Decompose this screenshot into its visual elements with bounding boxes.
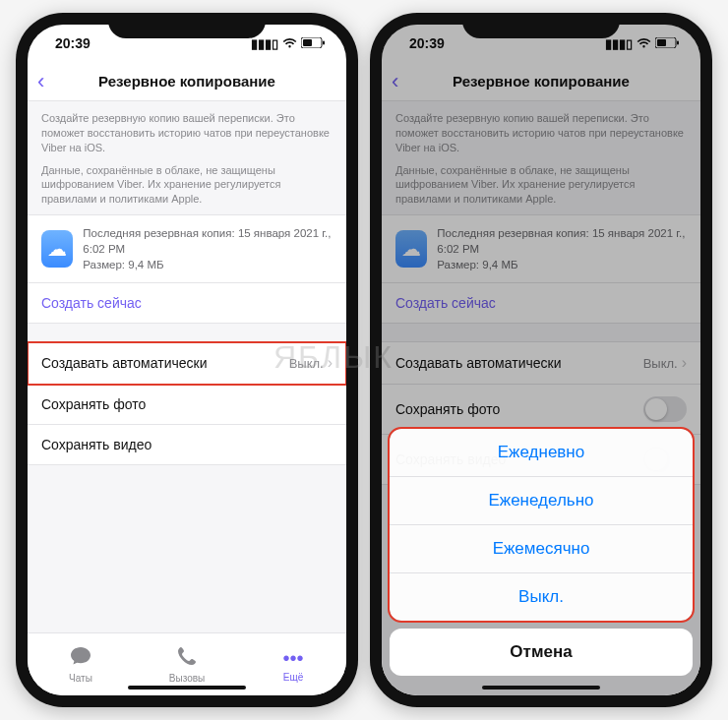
signal-icon: ▮▮▮▯ [251, 36, 278, 51]
home-indicator[interactable] [482, 686, 600, 690]
page-title: Резервное копирование [453, 73, 630, 90]
row-label: Создавать автоматически [41, 355, 207, 371]
signal-icon: ▮▮▮▯ [605, 36, 633, 51]
create-now-button[interactable]: Создать сейчас [28, 283, 346, 323]
settings-group: Создавать автоматически Выкл. › Сохранят… [28, 341, 346, 465]
row-auto-backup[interactable]: Создавать автоматически Выкл. › [28, 342, 346, 385]
backup-size-label: Размер: 9,4 МБ [83, 257, 333, 272]
row-save-video[interactable]: Сохранять видео [28, 425, 346, 464]
backup-info: ☁ Последняя резервная копия: 15 января 2… [382, 215, 700, 283]
chat-icon [70, 646, 91, 671]
sheet-option-monthly[interactable]: Ежемесячно [390, 525, 693, 573]
backup-block: ☁ Последняя резервная копия: 15 января 2… [28, 214, 346, 324]
phone-right: 20:39 ▮▮▮▯ ‹ Резервное копирование Созда… [370, 13, 712, 707]
tab-label: Чаты [69, 673, 92, 684]
battery-icon [301, 36, 325, 51]
sheet-option-off[interactable]: Выкл. [390, 573, 693, 621]
chevron-right-icon: › [682, 354, 687, 372]
back-chevron-icon: ‹ [392, 69, 398, 94]
page-title: Резервное копирование [98, 73, 275, 90]
sheet-option-daily[interactable]: Ежедневно [390, 429, 693, 477]
backup-size-label: Размер: 9,4 МБ [437, 257, 687, 272]
wifi-icon [637, 36, 651, 51]
row-value: Выкл. [289, 356, 324, 371]
description-1: Создайте резервную копию вашей переписки… [382, 101, 700, 163]
row-label: Сохранять фото [41, 396, 146, 412]
home-indicator[interactable] [128, 686, 246, 690]
notch [462, 13, 620, 38]
description-1: Создайте резервную копию вашей переписки… [28, 101, 346, 163]
last-backup-label: Последняя резервная копия: 15 января 202… [83, 225, 333, 257]
svg-rect-1 [303, 39, 312, 46]
content-area: Создайте резервную копию вашей переписки… [28, 101, 346, 632]
wifi-icon [282, 36, 297, 51]
sheet-options: Ежедневно Еженедельно Ежемесячно Выкл. [390, 429, 693, 621]
sheet-option-weekly[interactable]: Еженедельно [390, 477, 693, 525]
svg-rect-2 [323, 40, 325, 44]
row-save-photo: Сохранять фото [382, 385, 700, 435]
time-label: 20:39 [55, 35, 91, 51]
phone-icon [177, 646, 197, 671]
tab-more[interactable]: ••• Ещё [240, 633, 346, 695]
nav-header: ‹ Резервное копирование [382, 62, 700, 101]
row-save-photo[interactable]: Сохранять фото [28, 385, 346, 425]
more-icon: ••• [282, 647, 303, 670]
row-label: Создавать автоматически [395, 355, 561, 371]
tab-chats[interactable]: Чаты [28, 633, 134, 695]
svg-rect-4 [657, 39, 666, 46]
phone-left: 20:39 ▮▮▮▯ ‹ Резервное копирование Созда… [16, 13, 358, 707]
row-value: Выкл. [643, 356, 678, 371]
last-backup-label: Последняя резервная копия: 15 января 202… [437, 225, 687, 257]
notch [108, 13, 266, 38]
back-chevron-icon[interactable]: ‹ [37, 69, 44, 94]
backup-info: ☁ Последняя резервная копия: 15 января 2… [28, 215, 346, 283]
cloud-icon: ☁ [41, 230, 73, 268]
action-sheet: Ежедневно Еженедельно Ежемесячно Выкл. О… [382, 429, 700, 676]
tab-label: Вызовы [169, 673, 205, 684]
row-label: Сохранять фото [395, 401, 500, 417]
battery-icon [655, 36, 679, 51]
status-icons: ▮▮▮▯ [605, 36, 679, 51]
chevron-right-icon: › [328, 354, 333, 372]
description-2: Данные, сохранённые в облаке, не защищен… [28, 163, 346, 215]
backup-block: ☁ Последняя резервная копия: 15 января 2… [382, 214, 700, 324]
sheet-cancel-button[interactable]: Отмена [390, 629, 693, 676]
row-auto-backup: Создавать автоматически Выкл. › [382, 342, 700, 385]
nav-header: ‹ Резервное копирование [28, 62, 346, 101]
cloud-icon: ☁ [395, 230, 427, 268]
tab-label: Ещё [283, 672, 303, 683]
row-label: Сохранять видео [41, 437, 152, 452]
toggle-photo[interactable] [643, 396, 687, 422]
create-now-button: Создать сейчас [382, 283, 700, 323]
time-label: 20:39 [409, 35, 445, 51]
description-2: Данные, сохранённые в облаке, не защищен… [382, 163, 700, 215]
status-icons: ▮▮▮▯ [251, 36, 325, 51]
svg-rect-5 [677, 40, 679, 44]
